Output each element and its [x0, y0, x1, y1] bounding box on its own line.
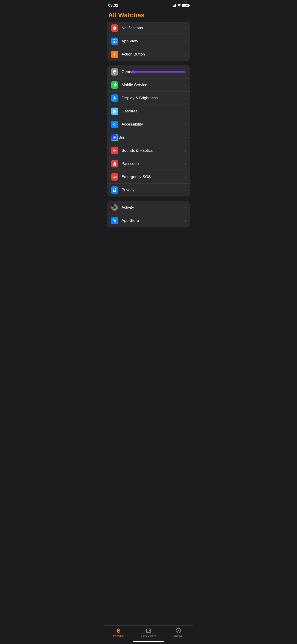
mobile-service-row[interactable]: Mobile Service › — [107, 78, 190, 92]
app-store-icon — [111, 217, 118, 224]
app-store-row[interactable]: App Store › — [107, 214, 190, 227]
general-chevron: › — [185, 70, 186, 74]
general-icon — [111, 68, 118, 76]
emergency-sos-icon: SOS — [111, 173, 118, 180]
app-view-label: App View — [122, 39, 183, 44]
mobile-service-label: Mobile Service — [122, 83, 183, 87]
svg-rect-17 — [114, 164, 116, 166]
general-row[interactable]: General › — [107, 66, 190, 78]
svg-point-15 — [114, 137, 115, 138]
action-button-row[interactable]: Action Button › — [107, 48, 190, 61]
activity-chevron: › — [185, 206, 186, 209]
svg-line-8 — [113, 97, 114, 97]
privacy-row[interactable]: Privacy › — [107, 184, 190, 196]
accessibility-icon — [111, 121, 118, 128]
action-button-label: Action Button — [122, 52, 183, 57]
app-store-label: App Store — [122, 218, 183, 223]
app-store-chevron: › — [185, 219, 186, 222]
activity-icon — [111, 204, 118, 211]
gestures-row[interactable]: Gestures › — [107, 105, 190, 118]
status-bar: 08:32 100 — [104, 0, 194, 10]
privacy-chevron: › — [185, 188, 186, 192]
siri-label: Siri — [118, 135, 183, 140]
svg-line-9 — [116, 99, 116, 100]
siri-icon — [111, 134, 118, 141]
battery-level: 100 — [184, 4, 188, 7]
passcode-chevron: › — [185, 162, 186, 166]
grid-icon — [112, 39, 117, 43]
svg-line-11 — [116, 97, 116, 97]
accessibility-row[interactable]: Accessibility › — [107, 118, 190, 131]
svg-marker-16 — [113, 150, 115, 152]
sounds-haptics-icon — [111, 147, 118, 154]
app-view-icon — [111, 38, 118, 45]
general-label: General — [122, 70, 183, 74]
notifications-chevron: › — [185, 26, 186, 30]
svg-point-2 — [114, 85, 115, 86]
action-button-chevron: › — [185, 52, 186, 56]
siri-chevron: › — [185, 136, 186, 139]
app-view-row[interactable]: App View › — [107, 35, 190, 48]
status-icons: 100 — [172, 4, 189, 7]
app-view-chevron: › — [185, 40, 186, 43]
gestures-label: Gestures — [122, 109, 183, 114]
accessibility-chevron: › — [185, 122, 186, 126]
notifications-label: Notifications — [122, 26, 183, 30]
settings-group-3: Activity › App Store › — [107, 201, 190, 227]
sounds-haptics-label: Sounds & Haptics — [122, 148, 183, 153]
privacy-icon — [111, 186, 118, 194]
notifications-icon — [111, 24, 118, 32]
emergency-sos-chevron: › — [185, 175, 186, 179]
emergency-sos-row[interactable]: SOS Emergency SOS › — [107, 170, 190, 184]
activity-label: Activity — [122, 205, 183, 210]
signal-icon — [172, 4, 176, 7]
settings-group-2: General › Mobile Service › — [107, 66, 190, 196]
display-brightness-chevron: › — [185, 96, 186, 100]
svg-line-10 — [113, 99, 114, 100]
sounds-haptics-chevron: › — [185, 149, 186, 152]
gestures-chevron: › — [185, 110, 186, 113]
svg-point-3 — [114, 97, 116, 99]
mobile-service-icon — [111, 81, 118, 89]
wifi-icon — [177, 4, 181, 7]
emergency-sos-label: Emergency SOS — [122, 174, 183, 179]
settings-content: Notifications › App View › — [104, 22, 194, 255]
display-brightness-icon — [111, 94, 118, 102]
page-title: All Watches — [108, 12, 144, 19]
passcode-icon — [111, 160, 118, 168]
action-button-icon — [111, 51, 118, 58]
sounds-haptics-row[interactable]: Sounds & Haptics › — [107, 144, 190, 157]
siri-row[interactable]: Siri › — [107, 131, 190, 144]
passcode-label: Passcode — [122, 162, 183, 166]
svg-point-12 — [114, 123, 115, 124]
passcode-row[interactable]: Passcode › — [107, 157, 190, 170]
mobile-service-chevron: › — [185, 83, 186, 87]
status-time: 08:32 — [108, 3, 118, 8]
accessibility-label: Accessibility — [122, 122, 183, 127]
battery-icon: 100 — [182, 4, 189, 7]
activity-row[interactable]: Activity › — [107, 201, 190, 214]
notifications-row[interactable]: Notifications › — [107, 22, 190, 35]
nav-header: All Watches — [104, 10, 194, 22]
display-brightness-row[interactable]: Display & Brightness › — [107, 92, 190, 105]
gestures-icon — [111, 108, 118, 115]
privacy-label: Privacy — [122, 188, 183, 192]
display-brightness-label: Display & Brightness — [122, 96, 183, 100]
settings-group-1: Notifications › App View › — [107, 22, 190, 61]
